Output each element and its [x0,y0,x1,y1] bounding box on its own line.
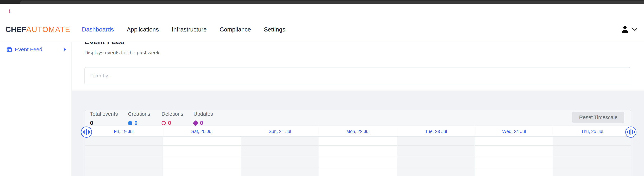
event-feed-section: Total events 0 Creations 0 Deletions 0 U… [72,91,644,176]
person-icon [621,26,629,34]
day-link[interactable]: Tue, 23 Jul [425,129,447,134]
license-banner: Your Progress® Chef® Automate™ trial lic… [0,4,644,18]
timeline-day-column: Mon, 22 Jul [319,126,397,136]
browser-tab [20,1,644,4]
timeline-day-column: Tue, 23 Jul [397,126,475,136]
sidebar: Event Feed [0,42,72,176]
waveform-icon [627,129,635,135]
grid-row-line [85,168,631,168]
timeline-day-column: Sat, 20 Jul [163,126,241,136]
warning-triangle-icon [6,7,13,14]
stat-marker-icon [162,121,166,125]
day-link[interactable]: Mon, 22 Jul [346,129,370,134]
timeline-day-column: Wed, 24 Jul [475,126,553,136]
grid-row-line [85,157,631,157]
timeline-pan-handle-right[interactable] [625,126,636,138]
stat-value: 0 [90,120,93,126]
timeline-day-column: Sun, 21 Jul [241,126,319,136]
nav-item-settings[interactable]: Settings [264,26,285,33]
stat: Creations 0 [128,111,150,126]
nav-item-dashboards[interactable]: Dashboards [82,26,114,33]
grid-column [397,137,475,176]
grid-column [475,137,553,176]
day-link[interactable]: Sun, 21 Jul [269,129,291,134]
day-link[interactable]: Thu, 25 Jul [581,129,603,134]
chevron-down-icon [632,28,638,31]
stat-marker-icon [193,120,198,126]
logo-chef: CHEF [6,25,26,34]
main-content: Event Feed Displays events for the past … [72,42,644,176]
day-link[interactable]: Fri, 19 Jul [114,129,134,134]
grid-column [553,137,631,176]
right-arrow-icon[interactable] [64,48,66,51]
license-banner-text: Your Progress® Chef® Automate™ trial lic… [16,8,378,14]
timeline-day-column: Fri, 19 Jul [85,126,163,136]
stat-label: Total events [90,111,118,117]
page-title: Event Feed [84,42,125,46]
stat-value: 0 [134,120,138,126]
stat-value: 0 [200,120,203,126]
timeline-grid [85,137,631,176]
grid-row-line [85,145,631,146]
banner-close-icon[interactable]: × [631,7,638,15]
reset-timescale-button[interactable]: Reset Timescale [572,112,624,123]
sidebar-item-label: Event Feed [15,46,42,53]
nav-item-infrastructure[interactable]: Infrastructure [172,26,207,33]
nav-item-applications[interactable]: Applications [127,26,159,33]
stat-value: 0 [168,120,171,126]
timeline-day-column: Thu, 25 Jul [553,126,631,136]
stat-label: Updates [194,111,213,117]
grid-column [241,137,319,176]
timeline-pan-handle-left[interactable] [81,126,92,138]
timeline-day-header: Fri, 19 Jul Sat, 20 Jul Sun, 21 Jul Mon,… [85,126,631,137]
app-body: Event Feed Event Feed Displays events fo… [0,42,644,176]
grid-column [319,137,397,176]
grid-column [163,137,241,176]
stat-label: Creations [128,111,150,117]
update-license-link[interactable]: update with the new license key. [302,8,378,13]
day-link[interactable]: Sat, 20 Jul [191,129,212,134]
page-subtitle: Displays events for the past week. [84,50,161,56]
waveform-icon [82,129,90,135]
stat-label: Deletions [162,111,183,117]
nav-item-compliance[interactable]: Compliance [220,26,251,33]
stat: Deletions 0 [162,111,183,126]
stat-marker-icon [128,121,132,125]
top-nav: CHEFAUTOMATE DashboardsApplicationsInfra… [0,18,644,42]
browser-chrome-strip [0,0,644,4]
stat: Updates 0 [194,111,213,126]
grid-column [85,137,163,176]
logo-automate: AUTOMATE [26,25,70,34]
calendar-icon [7,47,12,52]
chef-automate-logo[interactable]: CHEFAUTOMATE [6,25,70,34]
day-link[interactable]: Wed, 24 Jul [502,129,526,134]
stat: Total events 0 [90,111,118,126]
nav-menu: DashboardsApplicationsInfrastructureComp… [82,26,298,33]
event-timeline-card: Total events 0 Creations 0 Deletions 0 U… [85,110,631,176]
user-menu[interactable] [621,26,638,34]
filter-input[interactable] [84,67,630,84]
sidebar-item-event-feed[interactable]: Event Feed [0,46,72,53]
